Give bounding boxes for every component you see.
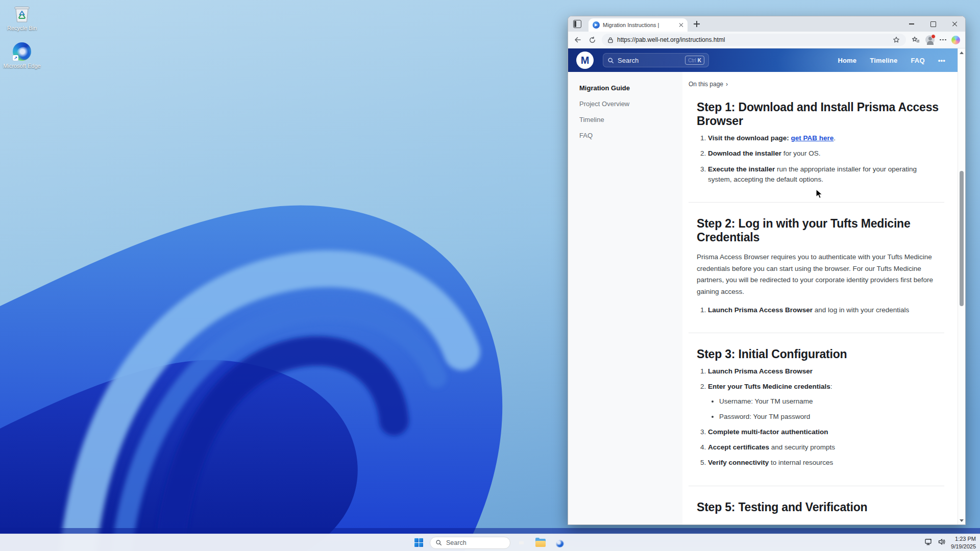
tab-strip: Migration Instructions | xyxy=(568,16,965,32)
search-icon xyxy=(435,539,442,546)
volume-icon[interactable] xyxy=(938,538,946,548)
list-item: Accept certificates and security prompts xyxy=(708,442,941,453)
clock-date: 9/19/2025 xyxy=(951,543,976,550)
inline-link[interactable]: get PAB here xyxy=(791,134,834,142)
list-item-bold: Launch Prisma Access Browser xyxy=(708,306,813,314)
section-divider xyxy=(689,333,944,333)
ordered-list: Launch Prisma Access BrowserEnter your T… xyxy=(697,366,941,468)
new-tab-icon[interactable] xyxy=(694,21,700,27)
nav-item-[interactable]: ••• xyxy=(938,57,945,64)
favorites-bar-icon[interactable] xyxy=(911,35,920,44)
section-step-1-download-and-install-prisma-access-browser: Step 1: Download and Install Prisma Acce… xyxy=(697,101,944,185)
section-heading: Step 2: Log in with your Tufts Medicine … xyxy=(697,217,941,244)
list-item: Verify connectivity to internal resource… xyxy=(708,458,941,468)
profile-avatar[interactable] xyxy=(925,35,935,44)
section-paragraph: Prisma Access Browser requires you to au… xyxy=(697,252,941,298)
clock-time: 1:23 PM xyxy=(955,535,976,542)
doc-content: On this page › Step 1: Download and Inst… xyxy=(682,72,958,524)
section-step-3-initial-configuration: Step 3: Initial ConfigurationLaunch Pris… xyxy=(697,347,944,468)
nav-item-home[interactable]: Home xyxy=(838,57,856,64)
desktop-icon-microsoft-edge[interactable]: ↗ Microsoft Edge xyxy=(3,42,41,69)
list-item: Download the installer for your OS. xyxy=(708,148,941,159)
on-this-page-link[interactable]: On this page › xyxy=(689,81,728,88)
tab-close-icon[interactable] xyxy=(678,22,683,28)
desktop-icon-label: Microsoft Edge xyxy=(3,63,40,69)
minimize-icon xyxy=(909,23,914,24)
notification-dot xyxy=(931,34,936,39)
site-info-lock-icon[interactable] xyxy=(607,37,614,43)
nav-item-faq[interactable]: FAQ xyxy=(911,57,924,64)
page-scrollbar[interactable] xyxy=(958,48,965,524)
section-divider xyxy=(689,486,944,486)
site-body: Migration GuideProject OverviewTimelineF… xyxy=(568,72,958,524)
content-sections: Step 1: Download and Install Prisma Acce… xyxy=(689,101,944,524)
list-item: Enter your Tufts Medicine credentials:Us… xyxy=(708,382,941,422)
network-icon[interactable] xyxy=(924,538,933,548)
section-step-5-testing-and-verification: Step 5: Testing and VerificationTest Int… xyxy=(697,500,944,524)
search-shortcut-badge: Ctrl K xyxy=(685,56,704,65)
file-explorer-icon[interactable] xyxy=(535,537,546,548)
refresh-button[interactable] xyxy=(587,35,597,44)
scroll-up-icon[interactable] xyxy=(958,49,965,56)
back-button[interactable] xyxy=(573,35,582,44)
minimize-button[interactable] xyxy=(901,16,922,32)
workspaces-icon[interactable] xyxy=(573,20,581,28)
scroll-down-icon[interactable] xyxy=(958,517,965,524)
section-step-2-log-in-with-your-tufts-medicine-credentials: Step 2: Log in with your Tufts Medicine … xyxy=(697,217,944,315)
maximize-button[interactable] xyxy=(922,16,944,32)
taskbar-app-icon[interactable] xyxy=(517,537,528,548)
page-viewport: M Search Ctrl K HomeTimelineFAQ••• Migra… xyxy=(568,48,965,524)
doc-sidebar: Migration GuideProject OverviewTimelineF… xyxy=(568,72,682,524)
search-label: Search xyxy=(618,57,681,64)
site-search-box[interactable]: Search Ctrl K xyxy=(603,53,709,67)
site-logo[interactable]: M xyxy=(576,52,594,69)
browser-window: Migration Instructions | https://pab.wel… xyxy=(568,16,966,525)
shortcut-arrow-icon: ↗ xyxy=(13,55,18,61)
desktop-icon-recycle-bin[interactable]: Recycle Bin xyxy=(3,4,41,32)
list-item-bold: Download the installer xyxy=(708,149,781,157)
recycle-bin-icon xyxy=(12,4,32,23)
address-bar[interactable]: https://pab.well-net.org/instructions.ht… xyxy=(602,34,906,46)
list-item: Launch Prisma Access Browser and log in … xyxy=(708,305,941,315)
scrollbar-thumb[interactable] xyxy=(960,171,964,306)
sidebar-item-timeline[interactable]: Timeline xyxy=(568,112,682,128)
desktop-icon-label: Recycle Bin xyxy=(7,25,37,32)
browser-toolbar: https://pab.well-net.org/instructions.ht… xyxy=(568,32,965,48)
section-divider xyxy=(689,202,944,203)
close-button[interactable] xyxy=(944,16,965,32)
list-item-bold: Execute the installer xyxy=(708,165,775,173)
taskbar-search-placeholder: Search xyxy=(446,539,467,546)
taskbar-clock[interactable]: 1:23 PM 9/19/2025 xyxy=(951,535,976,550)
start-button[interactable] xyxy=(414,538,423,547)
taskbar: Search 1:23 PM 9/19/2025 xyxy=(0,534,980,551)
list-item: Execute the installer run the appropriat… xyxy=(708,164,941,185)
search-icon xyxy=(607,57,614,64)
ordered-list: Visit the download page: get PAB here.Do… xyxy=(697,133,941,185)
site-favicon xyxy=(593,21,600,29)
nav-item-timeline[interactable]: Timeline xyxy=(870,57,897,64)
sidebar-item-faq[interactable]: FAQ xyxy=(568,128,682,143)
list-item: Complete multi-factor authentication xyxy=(708,427,941,437)
section-heading: Step 3: Initial Configuration xyxy=(697,347,941,361)
edge-taskbar-icon[interactable] xyxy=(553,537,564,548)
section-heading: Step 5: Testing and Verification xyxy=(697,500,941,514)
section-heading: Step 1: Download and Install Prisma Acce… xyxy=(697,101,941,128)
sidebar-item-migration-guide[interactable]: Migration Guide xyxy=(568,80,682,96)
list-item-bold: Launch Prisma Access Browser xyxy=(708,367,813,375)
list-item-bold: Complete multi-factor authentication xyxy=(708,428,828,436)
settings-ellipsis-icon[interactable] xyxy=(940,39,946,41)
sidebar-item-project-overview[interactable]: Project Overview xyxy=(568,96,682,112)
list-item: Visit the download page: get PAB here. xyxy=(708,133,941,143)
chevron-right-icon: › xyxy=(726,81,728,88)
edge-icon: ↗ xyxy=(12,42,32,61)
list-item-bold: Accept certificates xyxy=(708,443,769,451)
site-header: M Search Ctrl K HomeTimelineFAQ••• xyxy=(568,48,958,72)
list-item-bold: Enter your Tufts Medicine credentials xyxy=(708,383,830,390)
favorite-star-icon[interactable] xyxy=(892,35,901,44)
browser-tab[interactable]: Migration Instructions | xyxy=(589,18,688,32)
close-icon xyxy=(952,21,957,27)
list-item-bold: Visit the download page: xyxy=(708,134,789,142)
taskbar-search[interactable]: Search xyxy=(430,537,510,549)
list-item-bold: Verify connectivity xyxy=(708,459,769,466)
copilot-icon[interactable] xyxy=(951,36,960,44)
